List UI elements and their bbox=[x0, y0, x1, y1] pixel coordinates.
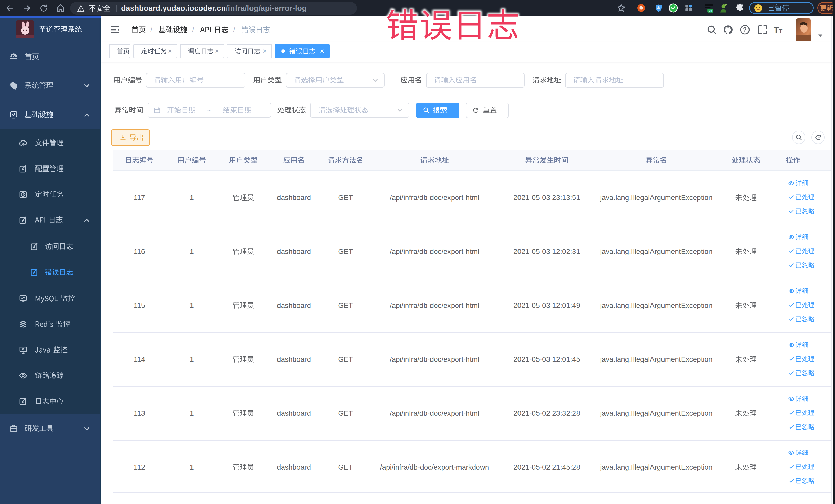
svg-text:on: on bbox=[709, 9, 712, 12]
